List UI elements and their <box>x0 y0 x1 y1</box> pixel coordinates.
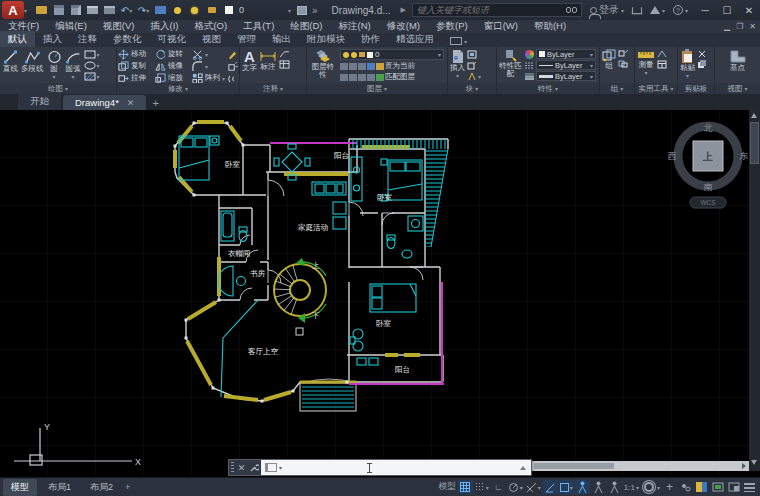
workspace-switch-gear[interactable]: ▾ <box>641 480 661 494</box>
panel-label-modify[interactable]: 修改▾ <box>117 83 239 94</box>
layer-unlock-icon[interactable] <box>205 4 218 16</box>
save-icon[interactable] <box>52 4 65 16</box>
layer-freeze-icon[interactable] <box>358 63 366 70</box>
qat-more-icon[interactable]: » <box>312 5 318 16</box>
layer-select-combo[interactable]: 0 ▾ <box>340 49 444 60</box>
ribbon-display-caret[interactable]: ▾ <box>464 38 467 45</box>
file-tab-start[interactable]: 开始 <box>18 93 61 110</box>
annotation-scale-person-icon[interactable] <box>607 480 622 494</box>
new-drawing-tab-button[interactable]: + <box>152 97 158 110</box>
redo-icon[interactable]: ↷▾ <box>137 4 150 16</box>
undo-icon[interactable]: ↶▾ <box>120 4 133 16</box>
tool-leader-icon[interactable] <box>279 50 290 58</box>
object-snap-tracking-toggle[interactable]: ▾ <box>525 480 542 494</box>
tool-scale[interactable]: 缩放 <box>155 73 192 84</box>
tool-polyline[interactable]: 多段线 <box>20 48 45 83</box>
polar-tracking-toggle[interactable]: ▾ <box>507 480 524 494</box>
panel-label-layers[interactable]: 图层▾ <box>307 83 447 94</box>
layout-tab-model[interactable]: 模型 <box>3 479 37 496</box>
ribbon-display-toggle-icon[interactable] <box>450 37 462 45</box>
ribbon-tab-annotate[interactable]: 注释 <box>70 31 105 47</box>
ribbon-tab-view[interactable]: 视图 <box>194 31 229 47</box>
search-expand-icon[interactable]: ▶ <box>401 6 406 14</box>
layer-lock-icon[interactable] <box>359 52 365 57</box>
drawing-canvas[interactable]: 卧室 阳台 衣帽间 家庭活动 卧室 书房 上 下 客厅上空 卧室 阳台 上 北 … <box>0 110 760 477</box>
set-current-label[interactable]: 置为当前 <box>385 61 415 71</box>
match-properties-button[interactable]: 特性匹配 <box>498 48 523 83</box>
layer-sun-icon[interactable] <box>188 4 201 16</box>
window-close-button[interactable]: ✕ <box>738 1 760 19</box>
plot-icon[interactable] <box>86 4 99 16</box>
new-layout-button[interactable]: + <box>125 482 130 492</box>
vertical-scrollbar[interactable] <box>749 110 760 471</box>
panel-label-annotate[interactable]: 注释▾ <box>240 83 306 94</box>
layer-properties-button[interactable]: 图层特性 <box>308 48 338 83</box>
layout-tab-layout1[interactable]: 布局1 <box>40 479 79 496</box>
tool-mirror[interactable]: 镜像 <box>155 61 192 72</box>
command-expand-icon[interactable] <box>520 466 526 470</box>
object-snap-toggle[interactable]: ▾ <box>559 480 574 494</box>
window-minimize-button[interactable]: ─ <box>694 1 716 19</box>
tool-move[interactable]: 移动 <box>118 49 155 60</box>
command-caret[interactable]: ▾ <box>279 464 282 471</box>
help-search-input[interactable] <box>417 5 566 15</box>
store-cart-icon[interactable] <box>632 7 643 14</box>
tool-explode-icon[interactable] <box>227 62 238 72</box>
tool-circle[interactable]: 圆 ▾ <box>45 48 64 83</box>
scroll-right-icon[interactable] <box>742 463 746 469</box>
menu-window[interactable]: 窗口(W) <box>476 20 526 33</box>
tool-dimension[interactable]: 标注 <box>258 48 278 83</box>
ribbon-tab-insert[interactable]: 插入 <box>35 31 70 47</box>
dynamic-input-toggle[interactable] <box>543 480 558 494</box>
command-wrench-icon[interactable] <box>249 463 259 473</box>
layer-off-icon[interactable] <box>340 63 348 70</box>
linetype-icon[interactable] <box>525 62 534 69</box>
doc-minimize-button[interactable]: ▁ <box>724 22 730 31</box>
menu-help[interactable]: 帮助(H) <box>526 20 574 33</box>
grid-toggle[interactable] <box>458 480 473 494</box>
viewcube-south[interactable]: 南 <box>704 182 713 192</box>
circle-caret[interactable]: ▾ <box>52 73 55 81</box>
scroll-up-icon[interactable] <box>751 113 757 118</box>
lineweight-select[interactable]: ByLayer ▾ <box>536 71 596 81</box>
panel-label-clipboard[interactable]: 剪贴板 <box>678 83 714 94</box>
copy-clip-icon[interactable] <box>697 60 707 69</box>
match-layer-label[interactable]: 匹配图层 <box>385 72 415 82</box>
panel-label-properties[interactable]: 特性▾ <box>497 83 599 94</box>
tool-copy[interactable]: 复制 <box>118 61 155 72</box>
object-color-select[interactable]: ByLayer ▾ <box>536 49 596 59</box>
panel-label-utilities[interactable]: 实用工具▾ <box>635 83 677 94</box>
command-close-icon[interactable]: ✕ <box>238 463 246 473</box>
layer-lock2-icon[interactable] <box>367 63 375 70</box>
ribbon-tab-visualize[interactable]: 可视化 <box>150 31 195 47</box>
tool-trim-icon[interactable]: ▾ <box>192 49 226 60</box>
command-line-grip[interactable]: ✕ <box>229 460 261 475</box>
ribbon-tab-manage[interactable]: 管理 <box>229 31 264 47</box>
command-history-icon[interactable] <box>265 463 277 472</box>
panel-label-view[interactable]: 视图▾ <box>715 83 760 94</box>
group-button[interactable]: 组 <box>601 48 617 83</box>
help-search-box[interactable] <box>412 3 582 17</box>
viewcube-north[interactable]: 北 <box>704 123 713 133</box>
match-layer-icon[interactable] <box>376 74 384 81</box>
viewcube-west[interactable]: 西 <box>668 151 677 161</box>
file-tab-drawing4[interactable]: Drawing4* ✕ <box>63 95 146 110</box>
ribbon-tab-home[interactable]: 默认 <box>0 31 35 47</box>
ribbon-tab-collaborate[interactable]: 协作 <box>353 31 388 47</box>
layer-sun-icon[interactable] <box>351 52 357 58</box>
autodesk-app-icon[interactable] <box>650 6 660 14</box>
tool-arc[interactable]: 圆弧 ▾ <box>64 48 83 83</box>
qat-layer-caret[interactable]: ▾ <box>288 7 291 14</box>
tool-fillet-icon[interactable]: ▾ <box>192 61 226 72</box>
search-binoculars-icon[interactable] <box>566 7 577 13</box>
app-menu-caret[interactable]: ▾ <box>24 7 27 14</box>
window-maximize-button[interactable]: ☐ <box>716 1 738 19</box>
quick-calc-icon[interactable] <box>657 60 667 69</box>
tool-rectangle-icon[interactable]: ▾ <box>84 50 100 59</box>
fullscreen-button[interactable] <box>726 480 741 494</box>
doc-restore-button[interactable]: ❐ <box>736 22 743 31</box>
arc-caret[interactable]: ▾ <box>71 73 74 81</box>
open-icon[interactable] <box>35 4 48 16</box>
graphics-performance-button[interactable] <box>694 480 709 494</box>
scroll-down-icon[interactable] <box>751 460 757 465</box>
